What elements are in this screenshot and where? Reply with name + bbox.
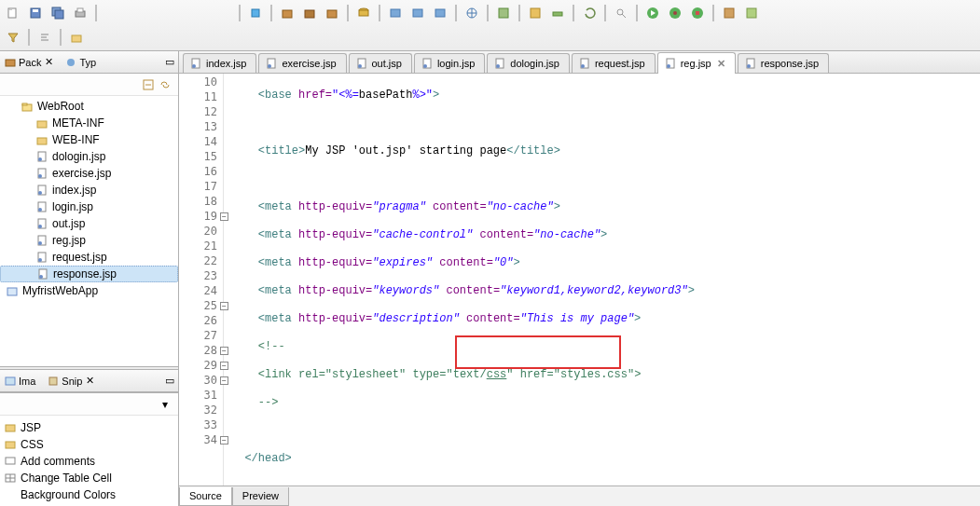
- file-label: login.jsp: [52, 200, 93, 213]
- close-icon[interactable]: ✕: [717, 58, 725, 70]
- svg-point-43: [38, 157, 42, 161]
- tree-file[interactable]: exercise.jsp: [0, 165, 178, 182]
- tool1-icon[interactable]: [526, 4, 545, 22]
- ext1-icon[interactable]: [720, 4, 738, 22]
- tree-file[interactable]: login.jsp: [0, 198, 178, 215]
- svg-point-49: [38, 208, 42, 212]
- pack-close-icon[interactable]: ✕: [45, 56, 53, 68]
- prop-jsp[interactable]: JSP: [2, 419, 176, 436]
- tab-request[interactable]: request.jsp: [572, 53, 656, 73]
- jsp-tab-icon: [421, 57, 434, 70]
- tab-exercise[interactable]: exercise.jsp: [258, 53, 346, 73]
- ext2-icon[interactable]: [742, 4, 761, 22]
- svg-rect-3: [33, 9, 38, 12]
- tree-project[interactable]: MyfristWebApp: [0, 282, 178, 299]
- folder-icon[interactable]: [67, 28, 86, 47]
- filter-icon[interactable]: [4, 28, 22, 47]
- comment-icon: [4, 455, 17, 468]
- svg-point-35: [67, 59, 75, 66]
- link-editor-icon[interactable]: [158, 77, 173, 92]
- svg-point-80: [667, 64, 670, 68]
- folder-open-icon: [21, 100, 34, 113]
- tree-folder-metainf[interactable]: META-INF: [0, 115, 178, 131]
- svg-rect-59: [6, 377, 15, 385]
- line-gutter: 101112131415161718 19− 2021222324 25− 26…: [179, 74, 224, 485]
- code-editor[interactable]: 101112131415161718 19− 2021222324 25− 26…: [179, 74, 980, 485]
- search-icon[interactable]: [612, 4, 630, 22]
- jsp-tab-icon: [664, 57, 677, 70]
- webinf-label: WEB-INF: [52, 133, 100, 146]
- save-all-icon[interactable]: [48, 4, 67, 22]
- svg-point-78: [581, 64, 585, 68]
- tree-file[interactable]: reg.jsp: [0, 232, 178, 249]
- prop-menu-icon[interactable]: ▾: [158, 397, 173, 412]
- css-label: CSS: [21, 438, 44, 451]
- tab-out[interactable]: out.jsp: [349, 53, 412, 73]
- snippet-icon: [47, 375, 60, 388]
- svg-rect-8: [252, 9, 259, 17]
- types-icon: [64, 56, 77, 69]
- debug-icon[interactable]: [666, 4, 684, 22]
- preview-tab[interactable]: Preview: [232, 487, 289, 506]
- svg-rect-20: [553, 12, 562, 16]
- db-icon[interactable]: [354, 4, 373, 22]
- main-toolbar: [0, 0, 980, 51]
- jsp-file-icon: [36, 267, 49, 280]
- snip-close-icon[interactable]: ✕: [86, 375, 94, 387]
- package-tree[interactable]: WebRoot META-INF WEB-INF dologin.jsp exe…: [0, 96, 178, 366]
- minimize2-icon[interactable]: ▭: [165, 375, 174, 387]
- source-tab[interactable]: Source: [179, 487, 232, 506]
- svg-rect-39: [22, 103, 27, 105]
- prop-css[interactable]: CSS: [2, 436, 176, 453]
- new-dropdown-icon[interactable]: [4, 4, 22, 22]
- snippets-header: Ima Snip ✕ ▭: [0, 370, 178, 392]
- tab-response[interactable]: response.jsp: [738, 53, 829, 73]
- toolbar-row-1: [4, 2, 976, 24]
- tab-dologin[interactable]: dologin.jsp: [487, 53, 570, 73]
- deploy-icon[interactable]: [246, 4, 265, 22]
- jsp-tab-icon: [355, 57, 368, 70]
- prop-addcomments[interactable]: Add comments: [2, 453, 176, 470]
- svg-rect-10: [305, 10, 314, 18]
- jsp-label: JSP: [21, 421, 41, 434]
- collapse-all-icon[interactable]: [141, 77, 156, 92]
- package-icon[interactable]: [278, 4, 297, 22]
- tree-file[interactable]: request.jsp: [0, 249, 178, 266]
- code-body[interactable]: <base href="<%=basePath%>"> <title>My JS…: [224, 74, 980, 485]
- svg-rect-5: [55, 10, 63, 19]
- tree-file[interactable]: out.jsp: [0, 215, 178, 232]
- config-icon[interactable]: [494, 4, 513, 22]
- prop-changetc[interactable]: Change Table Cell: [2, 470, 176, 486]
- package2-icon[interactable]: [300, 4, 319, 22]
- tool2-icon[interactable]: [548, 4, 567, 22]
- prop-body[interactable]: JSP CSS Add comments Change Table Cell B…: [0, 416, 178, 506]
- browser-icon[interactable]: [462, 4, 481, 22]
- server3-icon[interactable]: [431, 4, 449, 22]
- tree-folder-webroot[interactable]: WebRoot: [0, 98, 178, 115]
- package3-icon[interactable]: [323, 4, 341, 22]
- print-icon[interactable]: [71, 4, 90, 22]
- jsp-tab-icon: [493, 57, 506, 70]
- svg-rect-7: [77, 8, 83, 12]
- prop-bgcolors[interactable]: Background Colors: [2, 486, 176, 503]
- stop-run-icon[interactable]: [688, 4, 707, 22]
- tree-folder-webinf[interactable]: WEB-INF: [0, 131, 178, 148]
- save-icon[interactable]: [26, 4, 45, 22]
- editor-tabs: index.jsp exercise.jsp out.jsp login.jsp…: [179, 51, 980, 74]
- tree-file[interactable]: index.jsp: [0, 182, 178, 198]
- server2-icon[interactable]: [408, 4, 427, 22]
- tree-file[interactable]: dologin.jsp: [0, 148, 178, 165]
- tree-file-selected[interactable]: response.jsp: [0, 266, 178, 282]
- tab-index[interactable]: index.jsp: [183, 53, 256, 73]
- run-icon[interactable]: [643, 4, 662, 22]
- align-icon[interactable]: [35, 28, 54, 47]
- jsp-tab-icon: [744, 57, 757, 70]
- server1-icon[interactable]: [386, 4, 405, 22]
- tab-login[interactable]: login.jsp: [414, 53, 485, 73]
- changetc-label: Change Table Cell: [21, 472, 112, 485]
- minimize-icon[interactable]: ▭: [165, 56, 174, 68]
- jsp-prop-icon: [4, 421, 17, 434]
- tab-reg-active[interactable]: reg.jsp✕: [657, 52, 736, 74]
- package-icon: [4, 56, 17, 69]
- refresh-icon[interactable]: [580, 4, 599, 22]
